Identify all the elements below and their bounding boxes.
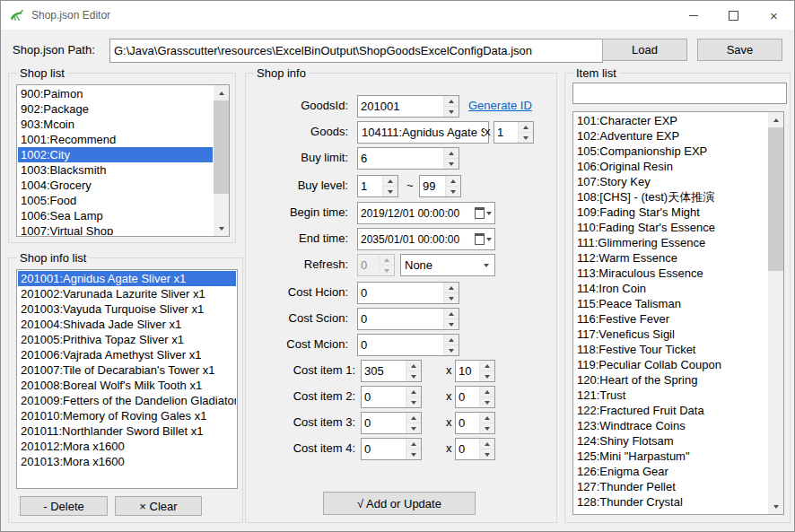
shop-info-listbox[interactable]: 201001:Agnidus Agate Sliver x1201002:Var… [16, 269, 238, 489]
scroll-up-button[interactable] [214, 85, 229, 100]
spin-down-button[interactable] [480, 371, 494, 381]
list-item[interactable]: 201008:Boreal Wolf's Milk Tooth x1 [18, 378, 236, 393]
refresh-type-combo[interactable]: None [400, 254, 495, 276]
cost-item-2-input[interactable] [362, 387, 406, 407]
list-item[interactable]: 114:Iron Coin [574, 281, 767, 296]
list-item[interactable]: 113:Miraculous Essence [574, 266, 767, 281]
list-item[interactable]: 123:Windtrace Coins [574, 418, 767, 433]
goods-qty-spinner[interactable] [494, 121, 534, 144]
spin-down-button[interactable] [480, 397, 494, 407]
generate-id-link[interactable]: Generate ID [468, 99, 532, 112]
list-item[interactable]: 112:Warm Essence [574, 250, 767, 266]
spin-up-button[interactable] [480, 361, 494, 371]
spin-down-button[interactable] [444, 292, 459, 303]
spin-down-button[interactable] [406, 397, 421, 407]
cost-item-3-qty-input[interactable] [456, 413, 479, 433]
list-item[interactable]: 903:Mcoin [18, 117, 213, 132]
scroll-thumb[interactable] [768, 127, 783, 271]
scroll-down-button[interactable] [768, 499, 783, 514]
list-item[interactable]: 109:Fading Star's Might [574, 205, 767, 220]
list-item[interactable]: 201005:Prithiva Topaz Sliver x1 [18, 332, 236, 347]
goods-qty-input[interactable] [494, 122, 518, 143]
scroll-thumb[interactable] [214, 100, 229, 194]
list-item[interactable]: 117:Veneficus Sigil [574, 327, 767, 342]
begin-time-calendar-button[interactable] [471, 203, 494, 223]
spin-down-button[interactable] [444, 106, 459, 117]
spin-down-button[interactable] [383, 186, 398, 196]
save-button[interactable]: Save [697, 39, 782, 61]
spin-down-button[interactable] [444, 344, 459, 355]
end-time-picker[interactable] [357, 228, 495, 250]
cost-item-4-qty-input[interactable] [456, 439, 479, 459]
list-item[interactable]: 126:Enigma Gear [574, 464, 767, 479]
spin-up-button[interactable] [480, 439, 494, 449]
list-item[interactable]: 115:Peace Talisman [574, 296, 767, 311]
list-item[interactable]: 128:Thunder Crystal [574, 494, 767, 510]
cost-item-4-spinner[interactable] [361, 438, 422, 460]
cost-scion-input[interactable] [358, 309, 443, 329]
list-item[interactable]: 201010:Memory of Roving Gales x1 [18, 408, 236, 423]
spin-up-button[interactable] [480, 387, 494, 397]
list-item[interactable]: 201012:Mora x1600 [18, 439, 236, 454]
spin-up-button[interactable] [444, 96, 459, 106]
list-item[interactable]: 1005:Food [18, 193, 213, 208]
spin-up-button[interactable] [383, 176, 398, 186]
buy-level-max-spinner[interactable] [419, 175, 461, 197]
spin-up-button[interactable] [406, 361, 421, 371]
list-item[interactable]: 1001:Recommend [18, 132, 213, 147]
begin-time-input[interactable] [358, 203, 471, 223]
cost-item-1-input[interactable] [362, 361, 406, 381]
list-item[interactable]: 110:Fading Star's Essence [574, 220, 767, 235]
list-item[interactable]: 119:Peculiar Collab Coupon [574, 357, 767, 372]
list-item[interactable]: 116:Festive Fever [574, 311, 767, 327]
cost-item-2-qty-input[interactable] [456, 387, 479, 407]
shop-listbox[interactable]: 900:Paimon902:Package903:Mcoin1001:Recom… [16, 84, 230, 237]
list-item[interactable]: 105:Companionship EXP [574, 144, 767, 159]
buy-limit-input[interactable] [358, 148, 443, 169]
spin-down-button[interactable] [480, 423, 494, 433]
cost-mcion-spinner[interactable] [357, 334, 459, 356]
buy-limit-spinner[interactable] [357, 147, 459, 170]
list-item[interactable]: 201006:Vajrada Amethyst Sliver x1 [18, 347, 236, 362]
list-item[interactable]: 201004:Shivada Jade Sliver x1 [18, 317, 236, 332]
spin-up-button[interactable] [444, 309, 459, 318]
delete-button[interactable]: - Delete [20, 496, 108, 516]
cost-item-2-qty-spinner[interactable] [455, 386, 495, 408]
spin-down-button[interactable] [446, 186, 460, 196]
cost-scion-spinner[interactable] [357, 308, 459, 330]
list-item[interactable]: 108:[CHS] - (test)天体推演 [574, 189, 767, 205]
spin-up-button[interactable] [446, 176, 460, 186]
item-search-input[interactable] [572, 83, 787, 104]
list-item[interactable]: 900:Paimon [18, 86, 213, 101]
spin-down-button[interactable] [444, 318, 459, 329]
cost-mcion-input[interactable] [358, 335, 443, 355]
minimize-button[interactable] [673, 1, 713, 30]
list-item[interactable]: 101:Character EXP [574, 113, 767, 128]
spin-up-button[interactable] [444, 335, 459, 344]
maximize-button[interactable] [713, 1, 754, 30]
spin-up-button[interactable] [444, 283, 459, 292]
cost-item-4-qty-spinner[interactable] [455, 438, 495, 460]
buy-level-min-spinner[interactable] [357, 175, 398, 197]
cost-item-4-input[interactable] [362, 439, 406, 459]
list-item[interactable]: 124:Shiny Flotsam [574, 433, 767, 449]
clear-button[interactable]: × Clear [115, 496, 202, 516]
spin-down-button[interactable] [406, 423, 421, 433]
list-item[interactable]: 201009:Fetters of the Dandelion Gladiato… [18, 393, 236, 408]
spin-up-button[interactable] [406, 387, 421, 397]
cost-item-1-spinner[interactable] [361, 360, 422, 382]
cost-item-1-qty-input[interactable] [456, 361, 479, 381]
cost-item-3-input[interactable] [362, 413, 406, 433]
spin-up-button[interactable] [519, 122, 533, 132]
list-item[interactable]: 102:Adventure EXP [574, 128, 767, 144]
spin-down-button[interactable] [519, 132, 533, 143]
list-item[interactable]: 201002:Varunada Lazurite Sliver x1 [18, 286, 236, 301]
goodsid-input[interactable] [358, 96, 443, 117]
item-listbox[interactable]: 101:Character EXP102:Adventure EXP105:Co… [572, 111, 784, 515]
goods-input[interactable] [357, 121, 489, 144]
list-item[interactable]: 111:Glimmering Essence [574, 235, 767, 250]
list-item[interactable]: 121:Trust [574, 388, 767, 403]
list-item[interactable]: 1003:Blacksmith [18, 162, 213, 178]
scroll-up-button[interactable] [768, 112, 783, 127]
scroll-down-button[interactable] [214, 221, 229, 236]
